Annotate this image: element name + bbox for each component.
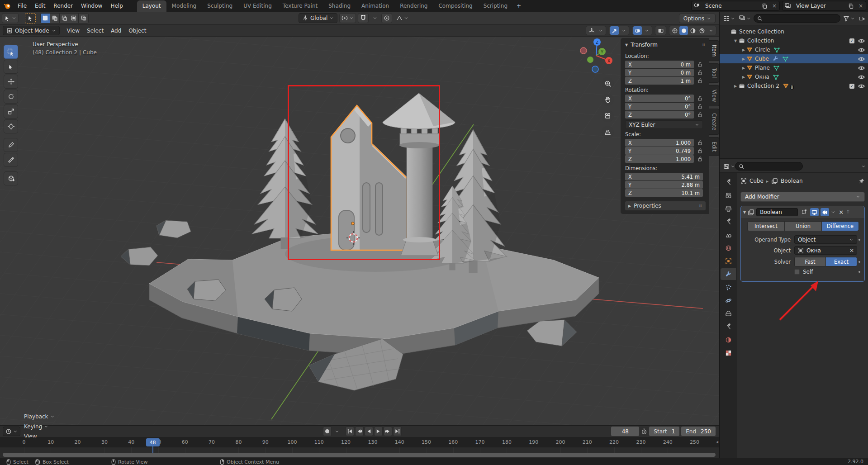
solver-fast[interactable]: Fast — [795, 257, 826, 266]
show-gizmo-icon[interactable] — [587, 26, 596, 35]
pan-hand-icon[interactable] — [602, 94, 614, 106]
expand-right-icon[interactable]: ▶ — [740, 48, 747, 52]
select-mode-sel-subtract[interactable] — [60, 14, 69, 23]
lock-open-icon[interactable] — [694, 78, 703, 84]
eye-icon[interactable] — [858, 66, 865, 71]
properties-tab-texture[interactable] — [721, 347, 736, 359]
scene-selector[interactable]: Scene × — [691, 1, 780, 11]
breadcrumb-modifier[interactable]: Boolean — [781, 178, 803, 184]
outliner-row-collection-2[interactable]: ▶Collection 28✓ — [720, 81, 868, 90]
editor-type-button[interactable] — [3, 427, 20, 436]
sidebar-tab-create[interactable]: Create — [709, 109, 719, 135]
render-display-toggle-icon[interactable] — [821, 208, 829, 216]
eye-icon[interactable] — [858, 57, 865, 62]
animate-dot[interactable] — [857, 239, 862, 241]
pivot-point-dropdown[interactable] — [339, 13, 356, 23]
tool-settings-dropdown[interactable] — [2, 13, 19, 23]
keying-set-dropdown[interactable] — [332, 427, 341, 436]
outliner-row-circle[interactable]: ▶Circle — [720, 45, 868, 54]
transform-panel-header[interactable]: ▼ Transform ⠿ — [625, 41, 706, 51]
active-tool-button[interactable] — [25, 13, 36, 24]
shading-rendered-icon[interactable] — [697, 26, 706, 35]
animate-dot[interactable] — [857, 271, 862, 273]
lock-open-icon[interactable] — [694, 140, 703, 146]
outliner-search-input[interactable] — [754, 14, 840, 23]
topbar-menu-window[interactable]: Window — [77, 1, 106, 11]
timeline-menu-playback[interactable]: Playback — [20, 412, 58, 422]
chevron-down-icon[interactable] — [596, 26, 605, 35]
perspective-toggle-icon[interactable] — [602, 126, 614, 138]
lock-open-icon[interactable] — [694, 95, 703, 101]
timeline-scrollbar[interactable] — [3, 453, 716, 457]
tool-rotate[interactable] — [4, 90, 18, 104]
lock-open-icon[interactable] — [694, 104, 703, 109]
expand-right-icon[interactable]: ▶ — [740, 57, 747, 61]
value-field-z[interactable]: Z0° — [625, 111, 694, 119]
start-frame-field[interactable]: Start1 — [649, 427, 679, 436]
camera-view-icon[interactable] — [602, 110, 614, 122]
realtime-display-toggle-icon[interactable] — [810, 208, 819, 216]
properties-tab-object[interactable] — [721, 255, 736, 267]
outliner-filter-dropdown[interactable] — [842, 14, 856, 23]
properties-tab-particles[interactable] — [721, 281, 736, 293]
value-field-x[interactable]: X5.41 m — [625, 173, 703, 180]
object-picker-field[interactable]: Окна ✕ — [794, 246, 857, 255]
outliner-row-scene-collection[interactable]: Scene Collection — [720, 27, 868, 36]
options-button[interactable]: Options — [679, 14, 716, 23]
auto-keying-toggle[interactable] — [323, 427, 332, 436]
topbar-menu-file[interactable]: File — [14, 1, 31, 11]
outliner-item-name[interactable]: Cube — [755, 56, 769, 62]
value-field-y[interactable]: Y2.88 m — [625, 181, 703, 189]
jump-to-end-button[interactable] — [393, 427, 402, 436]
lock-open-icon[interactable] — [694, 62, 703, 67]
expand-right-icon[interactable]: ▶ — [732, 84, 739, 88]
select-mode-sel-intersect[interactable] — [79, 14, 88, 23]
eye-icon[interactable] — [858, 38, 865, 43]
remove-modifier-icon[interactable]: ✕ — [837, 209, 845, 216]
expand-right-icon[interactable]: ▶ — [740, 66, 747, 70]
scene-icon[interactable] — [692, 1, 702, 11]
tool-add-cube[interactable] — [4, 171, 18, 185]
viewport-menu-view[interactable]: View — [63, 26, 83, 36]
shading-material-icon[interactable] — [688, 26, 697, 35]
value-field-x[interactable]: X1.000 — [625, 139, 694, 147]
proportional-falloff-dropdown[interactable] — [394, 13, 411, 23]
value-field-x[interactable]: X0 m — [625, 61, 694, 68]
workspace-tab-compositing[interactable]: Compositing — [433, 0, 478, 12]
timeline-menu-keying[interactable]: Keying — [20, 422, 58, 432]
use-preview-range-icon[interactable] — [641, 427, 647, 436]
modifier-name-field[interactable]: Boolean — [756, 208, 798, 216]
properties-tab-modifiers[interactable] — [721, 268, 736, 280]
operation-union[interactable]: Union — [785, 222, 822, 231]
3d-viewport[interactable]: User Perspective (48) Collection 2 | Cub… — [0, 37, 719, 425]
lock-open-icon[interactable] — [694, 148, 703, 154]
select-mode-sel-new[interactable] — [41, 14, 50, 23]
sidebar-tab-edit[interactable]: Edit — [709, 137, 719, 156]
operation-intersect[interactable]: Intersect — [748, 222, 785, 231]
workspace-tab-scripting[interactable]: Scripting — [478, 0, 513, 12]
tool-scale[interactable] — [4, 104, 18, 119]
tool-move[interactable] — [4, 75, 18, 89]
workspace-tab-modeling[interactable]: Modeling — [166, 0, 202, 12]
select-mode-sel-extend[interactable] — [50, 14, 60, 23]
properties-tab-tool[interactable] — [721, 176, 736, 188]
eye-icon[interactable] — [858, 84, 865, 89]
viewport-menu-add[interactable]: Add — [107, 26, 125, 36]
operation-difference[interactable]: Difference — [822, 222, 859, 231]
xray-toggle-icon[interactable] — [656, 26, 665, 35]
tool-tweak-select[interactable] — [4, 45, 18, 59]
operand-type-dropdown[interactable]: Object — [794, 235, 857, 244]
play-reverse-button[interactable] — [365, 427, 373, 436]
properties-tab-render[interactable] — [721, 190, 736, 201]
value-field-z[interactable]: Z1 m — [625, 77, 694, 85]
properties-tab-physics[interactable] — [721, 294, 736, 306]
properties-tab-scene[interactable] — [721, 229, 736, 241]
navigation-gizmo[interactable]: Z Y X — [577, 37, 615, 75]
outliner-row-cube[interactable]: ▶Cube — [720, 54, 868, 63]
view-layer-selector[interactable]: View Layer × — [782, 1, 866, 11]
view-layer-icon[interactable] — [783, 1, 792, 11]
breadcrumb-object[interactable]: Cube — [749, 178, 764, 184]
outliner-item-name[interactable]: Plane — [755, 65, 770, 71]
scene-name[interactable]: Scene — [702, 3, 759, 9]
exclude-checkbox[interactable]: ✓ — [849, 38, 854, 43]
